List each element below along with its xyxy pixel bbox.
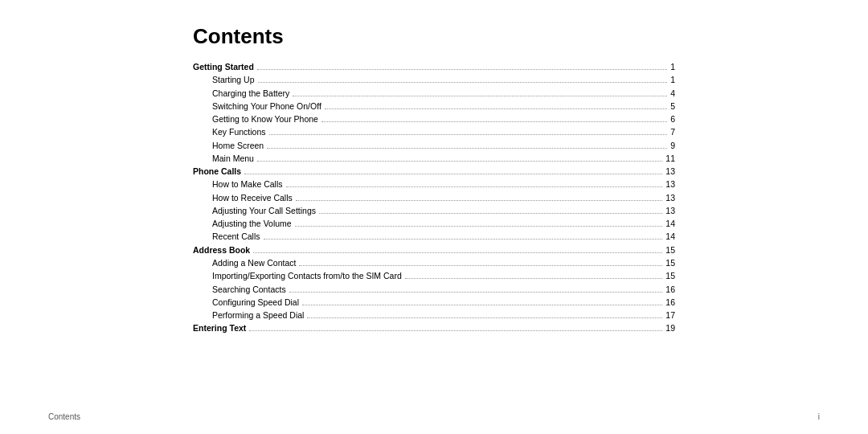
toc-dots — [253, 252, 662, 253]
toc-page-number: 4 — [670, 87, 675, 100]
toc-entry: Searching Contacts16 — [193, 283, 675, 296]
toc-page-number: 15 — [665, 244, 675, 256]
toc-list: Getting Started1Starting Up1Charging the… — [193, 60, 675, 335]
toc-dots — [289, 292, 663, 293]
toc-page-number: 5 — [670, 100, 675, 113]
footer-label: Contents — [48, 412, 80, 421]
content-area: Contents Getting Started1Starting Up1Cha… — [193, 24, 675, 335]
toc-entry-label: Importing/Exporting Contacts from/to the… — [193, 269, 402, 282]
toc-dots — [244, 174, 662, 174]
toc-dots — [307, 317, 662, 318]
toc-dots — [295, 226, 663, 227]
toc-entry-label: Home Screen — [193, 139, 264, 152]
toc-entry: Main Menu11 — [193, 152, 675, 165]
toc-entry: Adjusting the Volume14 — [193, 217, 675, 230]
toc-entry-label: Switching Your Phone On/Off — [193, 100, 321, 113]
toc-entry-label: How to Receive Calls — [193, 191, 293, 204]
toc-dots — [269, 134, 668, 135]
toc-dots — [249, 330, 662, 331]
toc-entry-label: Searching Contacts — [193, 283, 286, 296]
toc-entry: Phone Calls13 — [193, 165, 675, 178]
footer: Contents i — [0, 412, 868, 421]
toc-page-number: 1 — [670, 60, 675, 73]
toc-entry-label: How to Make Calls — [193, 178, 283, 190]
toc-entry-label: Starting Up — [193, 73, 255, 86]
toc-page-number: 11 — [665, 152, 675, 165]
toc-entry: Charging the Battery4 — [193, 87, 675, 100]
toc-page-number: 7 — [670, 125, 675, 138]
toc-page-number: 19 — [665, 321, 675, 334]
toc-dots — [405, 278, 663, 279]
toc-entry-label: Configuring Speed Dial — [193, 296, 299, 309]
toc-page-number: 16 — [665, 296, 675, 309]
toc-entry-label: Recent Calls — [193, 230, 260, 243]
toc-dots — [296, 200, 663, 201]
toc-page-number: 1 — [670, 73, 675, 86]
toc-page-number: 15 — [665, 256, 675, 269]
toc-entry: Home Screen9 — [193, 139, 675, 152]
toc-entry: Performing a Speed Dial17 — [193, 309, 675, 321]
toc-dots — [319, 213, 662, 214]
toc-page-number: 15 — [665, 269, 675, 282]
toc-entry: Entering Text19 — [193, 321, 675, 334]
toc-page-number: 13 — [665, 178, 675, 190]
toc-entry: Address Book15 — [193, 244, 675, 256]
toc-entry: Adjusting Your Call Settings13 — [193, 204, 675, 217]
toc-entry: Configuring Speed Dial16 — [193, 296, 675, 309]
toc-entry-label: Key Functions — [193, 125, 266, 138]
toc-entry-label: Entering Text — [193, 321, 246, 334]
toc-entry: Getting to Know Your Phone6 — [193, 113, 675, 125]
toc-entry: Switching Your Phone On/Off5 — [193, 100, 675, 113]
toc-entry-label: Getting to Know Your Phone — [193, 113, 318, 125]
toc-entry: Adding a New Contact15 — [193, 256, 675, 269]
toc-entry: How to Receive Calls13 — [193, 191, 675, 204]
toc-entry-label: Phone Calls — [193, 165, 241, 178]
toc-entry-label: Main Menu — [193, 152, 254, 165]
toc-page-number: 14 — [665, 230, 675, 243]
toc-page-number: 16 — [665, 283, 675, 296]
toc-dots — [321, 121, 667, 122]
toc-entry: Getting Started1 — [193, 60, 675, 73]
toc-entry: Importing/Exporting Contacts from/to the… — [193, 269, 675, 282]
toc-entry: Starting Up1 — [193, 73, 675, 86]
toc-dots — [267, 148, 667, 149]
toc-dots — [286, 186, 663, 187]
toc-entry-label: Charging the Battery — [193, 87, 289, 100]
toc-entry: Key Functions7 — [193, 125, 675, 138]
toc-page-number: 9 — [670, 139, 675, 152]
toc-page-number: 13 — [665, 204, 675, 217]
toc-entry: Recent Calls14 — [193, 230, 675, 243]
toc-page-number: 6 — [670, 113, 675, 125]
toc-dots — [258, 82, 668, 83]
toc-page-number: 13 — [665, 191, 675, 204]
toc-page-number: 13 — [665, 165, 675, 178]
toc-entry-label: Getting Started — [193, 60, 254, 73]
toc-entry-label: Address Book — [193, 244, 250, 256]
toc-dots — [257, 161, 662, 162]
toc-entry-label: Performing a Speed Dial — [193, 309, 304, 321]
toc-dots — [264, 239, 663, 240]
toc-dots — [299, 265, 662, 266]
toc-dots — [293, 96, 667, 96]
toc-entry: How to Make Calls13 — [193, 178, 675, 190]
toc-entry-label: Adjusting Your Call Settings — [193, 204, 316, 217]
toc-entry-label: Adjusting the Volume — [193, 217, 292, 230]
toc-page-number: 14 — [665, 217, 675, 230]
toc-page-number: 17 — [665, 309, 675, 321]
toc-dots — [302, 305, 662, 305]
toc-dots — [257, 69, 667, 70]
toc-title: Contents — [193, 24, 675, 49]
page: Contents Getting Started1Starting Up1Cha… — [0, 0, 868, 434]
toc-entry-label: Adding a New Contact — [193, 256, 296, 269]
toc-dots — [325, 108, 667, 109]
footer-page: i — [818, 412, 820, 421]
